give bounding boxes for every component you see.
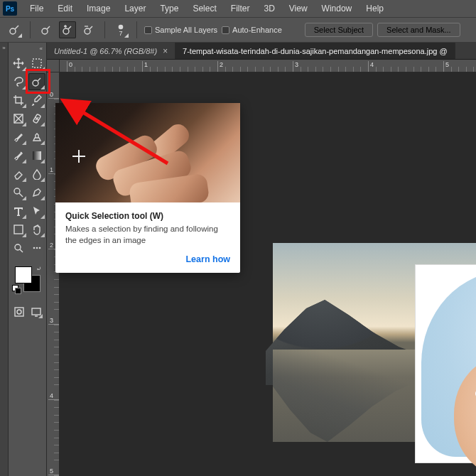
svg-point-10 — [14, 188, 20, 194]
tab-label: 7-tempat-wisata-terindah-di-dunia-sajika… — [183, 47, 448, 55]
tools-panel: « ⤾ — [9, 43, 47, 476]
collapsed-panel-strip[interactable]: » — [0, 43, 9, 476]
subtract-from-selection-icon[interactable] — [80, 21, 97, 38]
toolbar-collapse-icon[interactable]: « — [38, 45, 45, 53]
menu-filter[interactable]: Filter — [224, 1, 257, 16]
healing-brush-tool[interactable] — [28, 110, 45, 127]
dodge-tool[interactable] — [10, 184, 27, 201]
history-brush-tool[interactable] — [10, 147, 27, 164]
brush-size-label: 7 — [119, 31, 122, 37]
type-tool[interactable] — [10, 202, 27, 220]
move-tool[interactable] — [10, 55, 27, 72]
swap-colors-icon[interactable]: ⤾ — [36, 265, 42, 272]
eraser-tool[interactable] — [10, 166, 27, 183]
gradient-tool[interactable] — [28, 147, 45, 164]
foreground-color[interactable] — [15, 266, 32, 283]
menu-type[interactable]: Type — [153, 1, 185, 16]
svg-point-4 — [119, 24, 124, 29]
menu-layer[interactable]: Layer — [117, 1, 153, 16]
svg-point-12 — [15, 244, 21, 250]
color-swatches[interactable]: ⤾ — [12, 265, 43, 293]
learn-how-link[interactable]: Learn how — [185, 254, 230, 264]
blur-tool[interactable] — [28, 166, 45, 183]
option-bar: 7 Sample All Layers Auto-Enhance Select … — [0, 17, 476, 43]
sample-all-layers-label: Sample All Layers — [155, 26, 217, 34]
default-colors-icon[interactable] — [12, 285, 21, 293]
edit-toolbar[interactable] — [28, 239, 45, 256]
svg-point-3 — [85, 28, 90, 34]
svg-point-0 — [10, 28, 16, 34]
brush-tool[interactable] — [10, 129, 27, 146]
zoom-tool[interactable] — [10, 239, 27, 256]
auto-enhance-label: Auto-Enhance — [232, 26, 282, 34]
select-and-mask-button[interactable]: Select and Mask... — [377, 23, 460, 37]
screen-mode-icon[interactable] — [29, 305, 43, 319]
svg-line-19 — [78, 109, 168, 163]
svg-rect-8 — [33, 114, 40, 123]
sample-all-layers-checkbox[interactable]: Sample All Layers — [144, 26, 217, 34]
frame-tool[interactable] — [10, 110, 27, 127]
menu-select[interactable]: Select — [185, 1, 223, 16]
svg-point-17 — [17, 310, 21, 314]
clone-stamp-tool[interactable] — [28, 129, 45, 146]
svg-point-1 — [42, 28, 48, 34]
menu-window[interactable]: Window — [315, 1, 359, 16]
tool-preset-picker[interactable] — [6, 21, 23, 38]
svg-point-15 — [38, 247, 40, 249]
menu-edit[interactable]: Edit — [50, 1, 80, 16]
new-selection-icon[interactable] — [38, 21, 55, 38]
svg-rect-16 — [15, 308, 23, 316]
lasso-tool[interactable] — [10, 73, 27, 90]
auto-enhance-checkbox[interactable]: Auto-Enhance — [222, 26, 282, 34]
menu-image[interactable]: Image — [80, 1, 117, 16]
tooltip-description: Makes a selection by finding and followi… — [65, 224, 230, 246]
quick-mask-icon[interactable] — [12, 305, 26, 319]
pen-tool[interactable] — [28, 184, 45, 201]
tab-untitled[interactable]: Untitled-1 @ 66.7% (RGB/8#) × — [47, 43, 175, 59]
menu-bar: Ps File Edit Image Layer Type Select Fil… — [0, 0, 476, 17]
svg-point-6 — [33, 80, 38, 86]
app-logo-icon: Ps — [3, 1, 17, 16]
menu-file[interactable]: File — [23, 1, 50, 16]
marquee-tool[interactable] — [28, 55, 45, 72]
svg-point-2 — [63, 28, 69, 34]
tab-active-image[interactable]: 7-tempat-wisata-terindah-di-dunia-sajika… — [175, 43, 455, 59]
brush-picker[interactable]: 7 — [112, 21, 129, 38]
svg-point-14 — [36, 247, 38, 249]
svg-point-13 — [33, 247, 35, 249]
tooltip-title: Quick Selection tool (W) — [65, 211, 230, 221]
menu-view[interactable]: View — [282, 1, 315, 16]
crop-tool[interactable] — [10, 92, 27, 109]
menu-3d[interactable]: 3D — [256, 1, 281, 16]
select-subject-button[interactable]: Select Subject — [305, 23, 373, 37]
add-to-selection-icon[interactable] — [59, 21, 76, 38]
annotation-arrow — [68, 99, 182, 180]
path-selection-tool[interactable] — [28, 202, 45, 220]
close-icon[interactable]: × — [163, 46, 168, 56]
quick-selection-tool[interactable] — [28, 73, 45, 90]
menu-help[interactable]: Help — [359, 1, 391, 16]
document-image — [273, 243, 476, 442]
hand-tool[interactable] — [28, 221, 45, 238]
ruler-origin[interactable] — [47, 60, 60, 72]
shape-tool[interactable] — [10, 221, 27, 238]
tab-label: Untitled-1 @ 66.7% (RGB/8#) — [54, 47, 157, 55]
document-tab-bar: Untitled-1 @ 66.7% (RGB/8#) × 7-tempat-w… — [47, 43, 476, 60]
eyedropper-tool[interactable] — [28, 92, 45, 109]
ruler-horizontal[interactable]: 01234567 — [60, 60, 476, 72]
